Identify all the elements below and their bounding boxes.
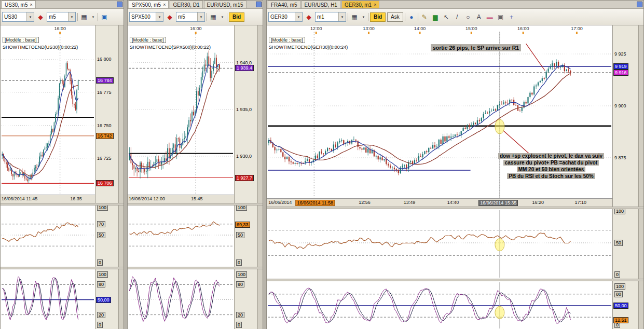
tab-label: FRA40, m5 [271,2,297,8]
stochastic-axis[interactable]: 10080200 [234,269,257,329]
annotation-note: dow +sp explosent le pivot, le dax va su… [498,153,604,159]
tab-label: GER30, m1 [345,2,372,8]
new-chart-icon[interactable]: + [507,12,516,22]
rsi-axis[interactable]: 10050069,33 [234,205,257,267]
toolbar-separator [77,13,78,21]
price-chart-canvas [1,25,95,203]
pencil-icon[interactable]: ✎ [420,12,429,22]
tab-label: US30, m5 [5,2,28,8]
price-axis-label: 16 725 [97,156,112,161]
time-axis-label: 16/06/2014 12:00 [129,196,165,201]
model-label: [Modèle : base] [130,37,166,43]
scroll-strip[interactable] [638,25,643,207]
stoch-canvas [267,281,612,329]
chevron-down-icon: ▼ [68,12,75,21]
price-axis-label: 9 875 [614,155,626,160]
quotes-icon[interactable]: ◆ [304,12,313,22]
instrument-select[interactable]: US30 ▼ [2,12,34,22]
toolbar-separator [405,13,405,21]
price-axis[interactable]: 9 9259 9009 8759 9199 916 [612,25,638,207]
stochastic-axis[interactable]: 10080050,0012,51 [612,281,638,329]
scroll-strip[interactable] [638,281,643,329]
chevron-down-icon[interactable]: ▼ [220,12,225,22]
tab-close-icon[interactable]: × [374,3,376,7]
rsi-axis[interactable]: 100500 [612,209,638,279]
time-axis-label: 16/06/2014 11:58 [296,200,335,206]
rsi-axis[interactable]: 10070500 [95,205,118,267]
time-label: 13:00 [363,26,375,31]
cursor-icon[interactable]: ↖ [442,12,451,22]
tab-close-icon[interactable]: × [30,3,32,7]
timeframe-select[interactable]: m1 ▼ [315,12,346,22]
toolbar-separator [207,13,207,21]
eraser-icon[interactable]: ▬ [485,12,495,22]
tab-ger30-m1[interactable]: GER30, m1 × [341,1,380,8]
timeframe-value: m5 [178,14,197,20]
quotes-icon[interactable]: ◆ [36,12,45,22]
price-chart-panel[interactable]: [Modèle : base] SHOWTIMETOEND(SPX500)(0:… [128,25,263,203]
price-axis-label: 9 925 [614,51,626,57]
tab-eurusd-h1[interactable]: EUR/USD, H1 [302,1,340,8]
price-axis-label: 1 930,0 [236,154,252,159]
tab-close-icon[interactable]: × [163,3,166,7]
stochastic-axis[interactable]: 1008020050,00 [95,269,118,329]
scroll-strip[interactable] [257,269,263,329]
chevron-down-icon[interactable]: ▼ [90,12,96,22]
rsi-panel[interactable]: 100500 [267,209,643,279]
ask-button[interactable]: Ask [387,12,403,22]
trendline-icon[interactable]: / [453,12,462,22]
chart-type-icon[interactable]: ▦ [79,12,89,22]
text-tool-icon[interactable]: A [474,12,484,22]
instrument-select[interactable]: GER30 ▼ [268,12,303,22]
tab-ger30-d1[interactable]: GER30, D1 [170,1,202,8]
tab-spx500-m5[interactable]: SPX500, m5 × [129,1,169,8]
window-restore-icon[interactable] [637,2,642,7]
window-restore-icon[interactable] [117,2,122,7]
stochastic-panel[interactable]: 10080200 [128,269,263,329]
scroll-strip[interactable] [257,25,263,203]
scroll-strip[interactable] [118,205,124,267]
price-chart-panel[interactable]: [Modèle : base] SHOWTIMETOEND(US30)(0:00… [1,25,124,203]
time-label: 15:00 [465,26,477,31]
rsi-panel[interactable]: 10070500 [1,205,124,267]
annotation-note: cassure du pivot+ PB =achat du pivot [503,160,599,166]
price-axis[interactable]: 1 940,01 935,01 930,01 939,41 927,7 [234,25,257,203]
tab-fra40-m5[interactable]: FRA40, m5 [268,1,300,8]
timeframe-select[interactable]: m5 ▼ [47,12,76,22]
stochastic-panel[interactable]: 1008020050,00 [1,269,124,329]
window-restore-icon[interactable] [256,2,262,7]
globe-icon[interactable]: ● [407,12,416,22]
chart-type-icon[interactable]: ▦ [350,12,359,22]
timeframe-select[interactable]: m5 ▼ [176,12,205,22]
time-axis-label: 16/06/2014 [268,200,292,205]
rsi-panel[interactable]: 10050069,33 [128,205,263,267]
price-chart-panel[interactable]: [Modèle : base] SHOWTIMETOEND(GER30)(0:0… [267,25,643,207]
price-badge: 9 919 [613,63,628,70]
bid-button[interactable]: Bid [229,12,244,22]
tab-eurusd-m15[interactable]: EUR/USD, m15 [204,1,246,8]
scroll-strip[interactable] [118,269,124,329]
quotes-icon[interactable]: ◆ [165,12,174,22]
instrument-select[interactable]: SPX500 ▼ [129,12,163,22]
layout-icon[interactable]: ▣ [100,12,109,22]
stoch-canvas [1,269,95,329]
instrument-value: SPX500 [131,14,156,20]
bid-button[interactable]: Bid [370,12,386,22]
osc-scale-label: 0 [97,259,103,266]
tab-us30-m5[interactable]: US30, m5 × [2,1,36,8]
scroll-strip[interactable] [257,205,263,267]
shapes-icon[interactable]: ○ [463,12,473,22]
tab-label: EUR/USD, H1 [305,2,337,8]
scroll-strip[interactable] [638,209,643,279]
screenshot-icon[interactable]: ▣ [496,12,505,22]
chart-type-icon[interactable]: ▦ [209,12,218,22]
osc-scale-label: 100 [614,283,625,290]
price-axis-label: 16 775 [97,90,112,95]
indicators-icon[interactable]: ▆ [431,12,440,22]
tab-label: EUR/USD, m15 [207,2,243,8]
stochastic-panel[interactable]: 10080050,0012,51 [267,281,643,329]
scroll-strip[interactable] [118,25,124,203]
chevron-down-icon[interactable]: ▼ [361,12,366,22]
price-axis[interactable]: 16 80016 77516 75016 72516 78416 74216 7… [95,25,118,203]
osc-scale-label: 20 [236,312,244,318]
